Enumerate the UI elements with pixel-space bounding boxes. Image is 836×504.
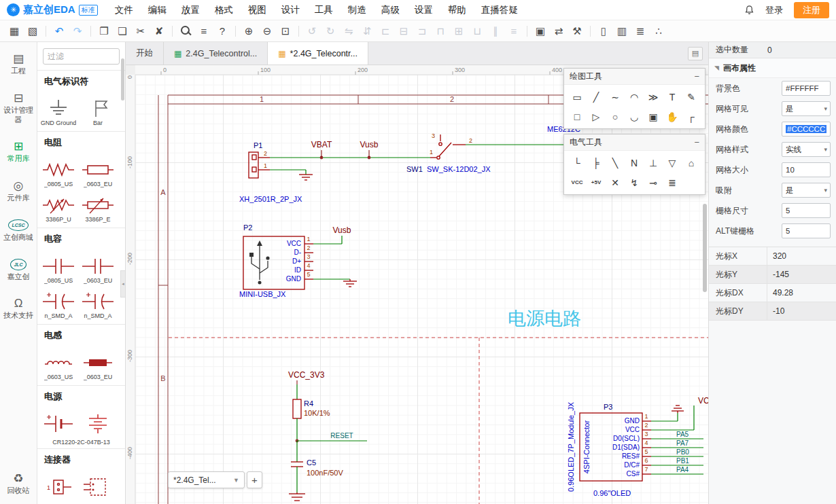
library-item[interactable]: 3386P_U: [39, 190, 78, 226]
align-bottom-icon[interactable]: ⊔: [468, 23, 486, 39]
arc-tool[interactable]: ◠: [625, 87, 644, 107]
pin-tool[interactable]: ⊸: [644, 173, 663, 192]
document-icon[interactable]: ▯: [595, 23, 612, 39]
undo-icon[interactable]: ↶: [50, 23, 68, 39]
library-item[interactable]: _0805_US: [39, 251, 78, 287]
library-scrollbar[interactable]: [121, 58, 124, 101]
minimize-icon[interactable]: −: [694, 138, 699, 147]
library-item[interactable]: n_SMD_A: [39, 287, 78, 322]
align-left-icon[interactable]: ⊏: [377, 23, 394, 39]
bus-tool[interactable]: ╞: [587, 153, 606, 173]
sidebar-item-component-library[interactable]: ◎ 元件库: [0, 180, 37, 203]
net-port-tool[interactable]: ⌂: [682, 153, 701, 173]
image-export-icon[interactable]: ▣: [532, 23, 549, 39]
net-group-tool[interactable]: ≣: [663, 173, 682, 192]
sheet-switch-icon[interactable]: ⇄: [550, 23, 568, 39]
library-section-connectors[interactable]: 连接器: [37, 448, 125, 470]
net-label-reset[interactable]: RESET: [296, 432, 367, 442]
library-section-resistors[interactable]: 电阻: [37, 131, 125, 153]
help-cursor-icon[interactable]: ?: [213, 23, 231, 39]
zoom-window-icon[interactable]: ⊡: [277, 23, 294, 39]
library-item[interactable]: 3386P_E: [78, 190, 118, 226]
component-p2[interactable]: P2 VCC D- D+ ID GND: [239, 223, 313, 298]
snap-select[interactable]: 是: [782, 183, 831, 198]
tab-list-button[interactable]: ▤: [688, 47, 703, 60]
voltage-probe-tool[interactable]: ↯: [625, 173, 644, 192]
wire-tool[interactable]: └: [568, 153, 587, 173]
menu-help[interactable]: 帮助: [440, 0, 474, 20]
drag-sheet-tool[interactable]: ✋: [663, 107, 682, 126]
ground-symbol-c5[interactable]: [289, 492, 305, 501]
arrow-tool[interactable]: ≫: [644, 87, 663, 107]
library-item[interactable]: [78, 472, 118, 500]
net-flag-vcc3v3[interactable]: VCC_3V3: [288, 370, 325, 384]
bezier-tool[interactable]: ∼: [606, 87, 625, 107]
library-item[interactable]: n_SMD_A: [78, 287, 118, 322]
menu-fabrication[interactable]: 制造: [341, 0, 374, 20]
notification-bell-icon[interactable]: [744, 5, 754, 16]
menu-place[interactable]: 放置: [174, 0, 207, 20]
library-item[interactable]: 1: [39, 472, 78, 500]
menu-file[interactable]: 文件: [107, 0, 141, 20]
share-icon[interactable]: ∴: [650, 23, 667, 39]
app-logo[interactable]: ✳ 嘉立创EDA 标准: [7, 3, 98, 16]
component-c5[interactable]: C5 100nF/50V: [291, 441, 343, 492]
library-item[interactable]: _0805_US: [39, 155, 78, 190]
net-flag-tool[interactable]: ▽: [663, 153, 682, 173]
background-color-input[interactable]: #FFFFFF: [782, 81, 831, 96]
rotate-left-icon[interactable]: ↺: [303, 23, 321, 39]
block-title-power-circuit[interactable]: 电源电路: [508, 308, 581, 329]
grid-pitch-input[interactable]: 5: [782, 203, 831, 218]
library-item[interactable]: [39, 409, 78, 437]
canvas-properties-section[interactable]: ◥ 画布属性: [709, 58, 836, 78]
sidebar-item-tech-support[interactable]: Ω 技术支持: [0, 298, 37, 321]
library-collapse-handle[interactable]: ◂: [120, 270, 125, 298]
sidebar-item-design-manager[interactable]: ⊟ 设计管理器: [0, 92, 37, 125]
menu-design[interactable]: 设计: [274, 0, 307, 20]
pen-tool[interactable]: ✎: [682, 87, 701, 107]
find-similar-icon[interactable]: ≡: [195, 23, 213, 39]
plus5v-flag-tool[interactable]: +5V: [587, 173, 606, 192]
register-button[interactable]: 注册: [794, 2, 829, 18]
polyline-tool[interactable]: ╱: [587, 87, 606, 107]
layers-icon[interactable]: ≣: [631, 23, 649, 39]
distribute-horizontal-icon[interactable]: ∥: [487, 23, 504, 39]
canvas-vertical-scrollbar[interactable]: [703, 204, 707, 292]
save-icon[interactable]: ▦: [5, 23, 23, 39]
wire-p2-gnd[interactable]: [313, 279, 357, 287]
net-label-tool[interactable]: N: [625, 153, 644, 173]
preview-icon[interactable]: ▥: [613, 23, 631, 39]
cut-icon[interactable]: ✂: [132, 23, 150, 39]
delete-icon[interactable]: ✘: [150, 23, 168, 39]
sidebar-item-jlc[interactable]: JLC 嘉立创: [0, 259, 37, 282]
ground-tool[interactable]: ⊥: [644, 153, 663, 173]
snapshot-icon[interactable]: ▧: [24, 23, 41, 39]
library-item[interactable]: _0603_EU: [78, 155, 118, 190]
align-top-icon[interactable]: ⊓: [432, 23, 449, 39]
grid-size-input[interactable]: 10: [782, 162, 831, 177]
library-item[interactable]: _0603_EU: [78, 251, 118, 287]
bus-entry-tool[interactable]: ╲: [606, 153, 625, 173]
rect-tool[interactable]: ▭: [568, 87, 587, 107]
square-tool[interactable]: □: [568, 107, 587, 126]
tab-schematic[interactable]: ▦ 2.4G_Telecontrol...: [164, 42, 268, 65]
zoom-in-icon[interactable]: ⊕: [240, 23, 258, 39]
no-connect-tool[interactable]: ✕: [606, 173, 625, 192]
sidebar-item-common-library[interactable]: ⊞ 常用库: [0, 141, 37, 164]
menu-edit[interactable]: 编辑: [141, 0, 174, 20]
align-middle-icon[interactable]: ⊞: [450, 23, 468, 39]
electrical-tools-titlebar[interactable]: 电气工具 −: [564, 134, 705, 151]
chevron-down-icon[interactable]: ▼: [233, 477, 239, 484]
library-section-electrical-identifiers[interactable]: 电气标识符: [37, 70, 125, 92]
library-section-power[interactable]: 电源: [37, 385, 125, 407]
net-flag-vbat[interactable]: VBAT: [311, 140, 332, 158]
sidebar-item-recycle-bin[interactable]: ♻ 回收站: [0, 473, 37, 496]
rotate-right-icon[interactable]: ↻: [321, 23, 339, 39]
flip-vertical-icon[interactable]: ⇵: [358, 23, 376, 39]
component-r4[interactable]: R4 10K/1%: [293, 384, 330, 441]
library-item[interactable]: _0603_EU: [78, 348, 118, 383]
net-flag-vusb[interactable]: Vusb: [360, 140, 379, 158]
menu-format[interactable]: 格式: [207, 0, 241, 20]
wires-p3[interactable]: VCC PA5 PA7 PB0 PB1 PA4: [651, 396, 708, 474]
zoom-out-icon[interactable]: ⊖: [258, 23, 276, 39]
